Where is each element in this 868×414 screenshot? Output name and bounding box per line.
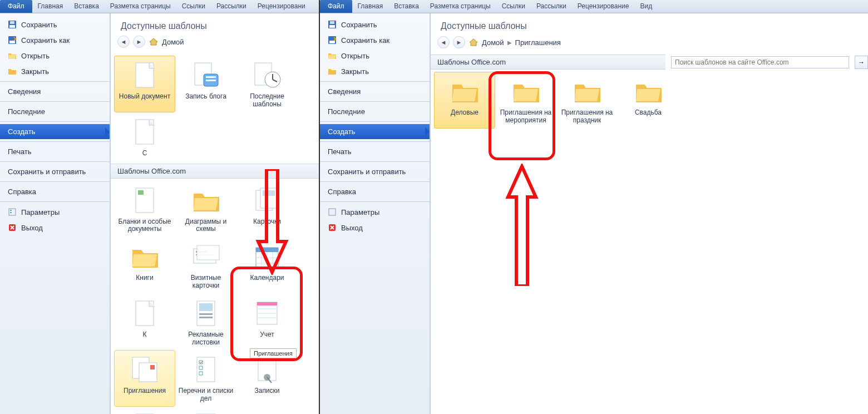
side-label: Создать	[8, 127, 35, 136]
side-new[interactable]: Создать	[0, 124, 110, 139]
side-open[interactable]: Открыть	[0, 48, 110, 63]
side-label: Сведения	[8, 87, 41, 96]
template-tile-newdoc[interactable]: Новый документ	[114, 56, 175, 112]
side-recent[interactable]: Последние	[0, 104, 110, 119]
side-exit[interactable]: Выход	[320, 220, 430, 235]
template-tile-diag[interactable]: Диаграммы и схемы	[175, 181, 236, 238]
home-icon[interactable]	[468, 38, 479, 47]
template-tile-wed[interactable]: Свадьба	[618, 72, 679, 129]
page-icon	[189, 411, 223, 414]
side-recent[interactable]: Последние	[320, 104, 430, 119]
protocol-icon	[128, 411, 161, 414]
side-label: Справка	[328, 188, 356, 196]
pinnote-icon	[250, 354, 284, 385]
ribbon-tab[interactable]: Ссылки	[176, 0, 211, 13]
svg-rect-1	[9, 25, 15, 28]
side-label: Открыть	[341, 52, 369, 60]
crumb-home[interactable]: Домой	[162, 38, 184, 46]
home-icon[interactable]	[149, 37, 159, 46]
side-help[interactable]: Справка	[0, 184, 110, 199]
ribbon-tab-file[interactable]: Файл	[320, 0, 352, 13]
ribbon-tab[interactable]: Рассылки	[531, 0, 572, 13]
section-officecom: Шаблоны Office.com	[111, 164, 319, 179]
side-info[interactable]: Сведения	[0, 84, 110, 99]
ribbon-tab[interactable]: Вставка	[388, 0, 425, 13]
side-close[interactable]: Закрыть	[0, 63, 110, 79]
side-save[interactable]: Сохранить	[0, 17, 110, 32]
side-share[interactable]: Сохранить и отправить	[320, 164, 430, 179]
ribbon-tab[interactable]: Рецензирование	[572, 0, 635, 13]
template-tile-recenttpl[interactable]: Последние шаблоны	[236, 56, 298, 112]
template-tile-books[interactable]: Книги	[114, 237, 175, 294]
template-tile-holiday[interactable]: Приглашения на праздник	[556, 72, 618, 129]
ribbon-tab[interactable]: Главная	[32, 0, 69, 13]
template-tile-blanks[interactable]: Бланки и особые документы	[114, 181, 175, 238]
template-tile-lists[interactable]: Перечни и списки дел	[175, 350, 236, 407]
svg-rect-18	[138, 190, 144, 195]
template-tile-inv[interactable]: Приглашения	[114, 350, 175, 407]
side-options[interactable]: Параметры	[320, 204, 430, 220]
close-folder-icon	[328, 67, 337, 76]
ribbon-tab[interactable]: Ссылки	[496, 0, 531, 13]
side-exit[interactable]: Выход	[0, 220, 110, 235]
saveas-icon	[328, 36, 337, 45]
folder-icon	[448, 76, 481, 107]
side-print[interactable]: Печать	[0, 144, 110, 159]
template-tile-notes[interactable]: Записки	[236, 350, 298, 407]
ribbon-tab[interactable]: Рецензировани	[252, 0, 311, 13]
side-info[interactable]: Сведения	[320, 84, 430, 99]
template-search-input[interactable]	[671, 56, 849, 68]
right-pane: Файл Главная Вставка Разметка страницы С…	[320, 0, 868, 414]
template-tile-cal[interactable]: Календари	[236, 237, 298, 294]
template-tile-flyers[interactable]: Рекламные листовки	[175, 294, 236, 351]
side-open[interactable]: Открыть	[320, 48, 430, 63]
nav-fwd-button[interactable]: ►	[453, 36, 465, 48]
folder-icon	[570, 76, 604, 107]
side-label: Печать	[328, 147, 352, 156]
ribbon-tab-file[interactable]: Файл	[0, 0, 32, 13]
ribbon-tab[interactable]: Главная	[352, 0, 389, 13]
svg-rect-58	[329, 25, 335, 28]
side-help[interactable]: Справка	[320, 184, 430, 199]
side-label: Сохранить как	[341, 36, 389, 45]
template-tile-cut3[interactable]: Инф ые	[175, 407, 236, 414]
crumb-home[interactable]: Домой	[482, 38, 504, 47]
ribbon-tab[interactable]: Разметка страницы	[105, 0, 176, 13]
side-new[interactable]: Создать	[320, 124, 430, 139]
svg-rect-13	[206, 80, 216, 81]
search-go-button[interactable]: →	[855, 56, 868, 69]
nav-back-button[interactable]: ◄	[437, 36, 450, 48]
side-close[interactable]: Закрыть	[320, 63, 430, 79]
side-label: Параметры	[341, 208, 379, 216]
nav-back-button[interactable]: ◄	[117, 36, 130, 48]
ribbon-tab[interactable]: Рассылки	[211, 0, 252, 13]
nav-fwd-button[interactable]: ►	[133, 36, 145, 48]
crumb-invitations[interactable]: Приглашения	[515, 38, 561, 47]
template-tile-bcards[interactable]: Визитные карточки	[175, 237, 236, 294]
ribbon-tab[interactable]: Разметка страницы	[425, 0, 496, 13]
template-tile-acct[interactable]: Учет	[236, 294, 298, 351]
side-saveas[interactable]: Сохранить как	[320, 32, 430, 48]
template-tile-cut2[interactable]: К	[114, 294, 175, 351]
template-tile-event[interactable]: Приглашения на мероприятия	[495, 72, 556, 129]
ribbon-tab[interactable]: Вид	[634, 0, 658, 13]
side-saveas[interactable]: Сохранить как	[0, 32, 110, 48]
side-print[interactable]: Печать	[320, 144, 430, 159]
template-tile-blog[interactable]: Запись блога	[175, 56, 236, 112]
template-tile-cards[interactable]: Карточки	[236, 181, 298, 238]
templates-content: Доступные шаблоны ◄ ► Домой ▶ Приглашени…	[430, 13, 868, 414]
ribbon-tab[interactable]: Вставка	[68, 0, 105, 13]
svg-rect-45	[150, 365, 155, 369]
side-label: Сохранить и отправить	[8, 167, 86, 176]
exit-icon	[8, 223, 17, 232]
tile-label: Последние шаблоны	[238, 93, 296, 109]
svg-rect-21	[263, 190, 275, 196]
side-options[interactable]: Параметры	[0, 204, 110, 220]
side-save[interactable]: Сохранить	[320, 17, 430, 32]
side-label: Последние	[328, 107, 365, 116]
template-tile-cut[interactable]: С	[114, 112, 175, 161]
template-tile-proto[interactable]: Протоколы	[114, 407, 175, 414]
template-tile-biz[interactable]: Деловые	[434, 72, 495, 129]
side-share[interactable]: Сохранить и отправить	[0, 164, 110, 179]
side-label: Выход	[21, 224, 43, 232]
